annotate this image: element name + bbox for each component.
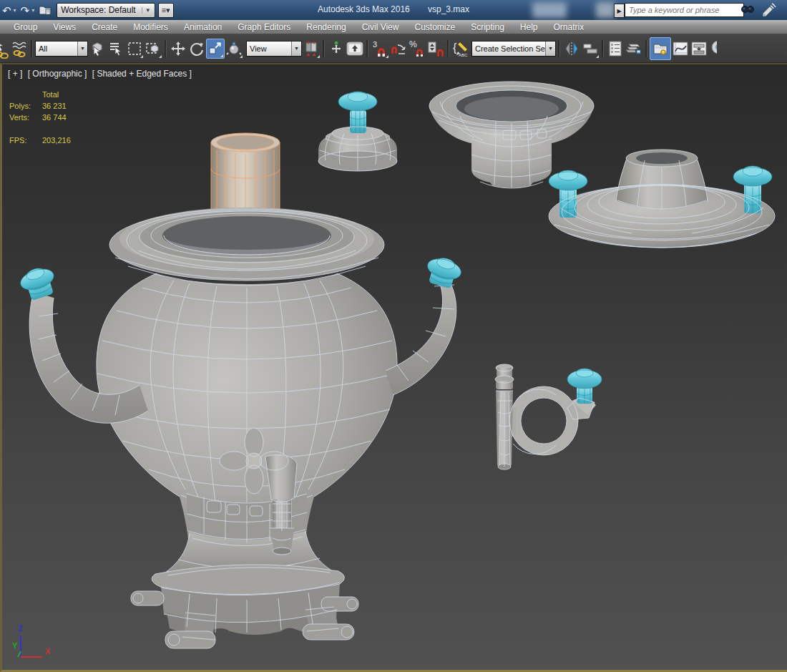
viewport-shading-menu[interactable]: [ Shaded + Edged Faces ] xyxy=(92,69,192,79)
menu-civil-view[interactable]: Civil View xyxy=(354,22,407,32)
stats-header: Total xyxy=(42,89,71,100)
axis-z-label: Z xyxy=(18,624,23,633)
samovar[interactable] xyxy=(17,133,464,648)
reference-coordinate-dropdown[interactable]: View ▼ xyxy=(246,41,302,57)
menu-scripting[interactable]: Scripting xyxy=(463,22,512,32)
world-axis-tripod: Z X Y xyxy=(11,620,61,663)
lid-cap[interactable] xyxy=(318,92,397,171)
stats-verts-label: Verts: xyxy=(9,112,42,123)
reference-coordinate-value: View xyxy=(247,44,291,53)
document-name: vsp_3.max xyxy=(428,4,469,14)
toolbar-separator xyxy=(447,40,449,57)
select-by-name-icon[interactable] xyxy=(107,39,125,59)
tap-assembly[interactable] xyxy=(495,364,602,469)
menu-modifiers[interactable]: Modifiers xyxy=(125,22,176,32)
svg-text:%: % xyxy=(409,39,417,49)
undo-dropdown-icon[interactable]: ▾ xyxy=(14,7,16,14)
toolbar-separator xyxy=(323,40,325,57)
viewport[interactable]: [ + ] [ Orthographic ] [ Shaded + Edged … xyxy=(0,63,787,672)
menu-ornatrix[interactable]: Ornatrix xyxy=(546,22,592,32)
workspace-flyout-button[interactable]: ≡▾ xyxy=(158,3,174,18)
stats-verts-value: 36 744 xyxy=(42,112,71,123)
stats-polys-value: 36 231 xyxy=(42,100,71,112)
axis-y-label: Y xyxy=(12,641,18,650)
viewport-pov-menu[interactable]: [ Orthographic ] xyxy=(28,69,87,79)
app-title: Autodesk 3ds Max 2016 xyxy=(318,4,410,14)
chevron-down-icon: ▼ xyxy=(77,42,87,56)
use-pivot-point-center-icon[interactable] xyxy=(302,39,321,59)
menu-customize[interactable]: Customize xyxy=(406,22,463,32)
align-icon[interactable] xyxy=(581,39,600,59)
bind-to-space-warp-icon[interactable] xyxy=(10,39,29,59)
svg-text:ABC: ABC xyxy=(459,53,468,57)
blurred-account-area xyxy=(596,2,615,18)
toolbar-separator xyxy=(645,40,647,57)
project-folder-icon[interactable] xyxy=(38,4,52,16)
communication-center-icon[interactable] xyxy=(760,2,777,21)
window-crossing-toggle-icon[interactable] xyxy=(144,39,162,59)
stats-fps-label: FPS: xyxy=(9,135,42,146)
spinner-snap-icon[interactable] xyxy=(426,39,445,59)
select-and-link-icon[interactable] xyxy=(0,39,10,59)
viewport-label: [ + ] [ Orthographic ] [ Shaded + Edged … xyxy=(8,69,195,79)
menu-help[interactable]: Help xyxy=(512,22,546,32)
menu-rendering[interactable]: Rendering xyxy=(298,22,353,32)
chevron-down-icon: ▼ xyxy=(545,42,555,56)
named-selection-set-value: Create Selection Se xyxy=(472,44,545,53)
toolbar-separator xyxy=(165,40,167,57)
edit-named-selection-sets-icon[interactable]: {ABC xyxy=(451,39,470,59)
search-history-arrow[interactable]: ▶ xyxy=(614,4,625,18)
viewport-general-menu[interactable]: [ + ] xyxy=(8,69,22,79)
svg-text:{: { xyxy=(453,42,457,54)
percent-snap-icon[interactable]: % xyxy=(408,39,426,59)
select-and-place-icon[interactable] xyxy=(225,39,243,59)
samovar-right-handle[interactable] xyxy=(386,254,464,395)
menu-create[interactable]: Create xyxy=(84,22,125,32)
select-and-manipulate-icon[interactable] xyxy=(327,39,346,59)
scene-explorer-icon[interactable] xyxy=(625,39,643,59)
3ds-max-window: ↶ ▾ ↷ ▾ Workspace: Default ▼ ≡▾ Autodesk… xyxy=(0,0,787,672)
menu-group[interactable]: Group xyxy=(6,22,45,32)
svg-text:3: 3 xyxy=(373,40,377,49)
scene-canvas[interactable] xyxy=(2,64,787,670)
search-icon[interactable] xyxy=(740,2,756,21)
layer-manager-icon[interactable] xyxy=(606,39,625,59)
menu-views[interactable]: Views xyxy=(45,22,84,32)
material-editor-icon[interactable] xyxy=(650,37,671,60)
selection-filter-dropdown[interactable]: All ▼ xyxy=(35,41,88,57)
samovar-base[interactable] xyxy=(131,565,358,648)
statistics-overlay: Total Polys: 36 231 Verts: 36 744 FPS: 2… xyxy=(9,89,71,146)
select-and-move-icon[interactable] xyxy=(169,39,187,59)
toolbar-separator xyxy=(31,40,33,57)
rectangular-selection-region-icon[interactable] xyxy=(125,39,144,59)
chevron-down-icon: ▼ xyxy=(291,42,301,56)
render-setup-icon[interactable] xyxy=(708,39,717,59)
search-input[interactable] xyxy=(625,3,744,17)
samovar-rim[interactable] xyxy=(109,208,384,286)
toolbar-separator xyxy=(602,40,604,57)
select-object-icon[interactable] xyxy=(88,39,107,59)
workspace-label: Workspace: Default xyxy=(61,5,136,15)
redo-dropdown-icon[interactable]: ▾ xyxy=(31,7,34,14)
schematic-view-icon[interactable] xyxy=(690,39,708,59)
select-and-scale-icon[interactable] xyxy=(206,39,225,59)
curve-editor-icon[interactable] xyxy=(671,39,690,59)
blurred-account-area xyxy=(532,2,567,18)
angle-snap-icon[interactable] xyxy=(389,39,408,59)
stats-polys-label: Polys: xyxy=(9,100,42,112)
snap-toggle-3d-icon[interactable]: 3 xyxy=(371,39,389,59)
undo-icon[interactable]: ↶ xyxy=(1,5,12,16)
select-and-rotate-icon[interactable] xyxy=(187,39,206,59)
mirror-icon[interactable] xyxy=(562,39,581,59)
menu-animation[interactable]: Animation xyxy=(176,22,230,32)
stats-fps-value: 203,216 xyxy=(42,135,71,146)
menu-graph-editors[interactable]: Graph Editors xyxy=(230,22,298,32)
redo-icon[interactable]: ↷ xyxy=(20,5,31,16)
named-selection-set-dropdown[interactable]: Create Selection Se ▼ xyxy=(471,41,556,57)
workspace-dropdown[interactable]: Workspace: Default ▼ xyxy=(57,3,155,18)
keyboard-shortcut-override-icon[interactable] xyxy=(346,39,364,59)
quick-access-toolbar: ↶ ▾ ↷ ▾ Workspace: Default ▼ ≡▾ xyxy=(0,3,174,18)
lid-plate-with-knobs[interactable] xyxy=(549,150,775,248)
titlebar: ↶ ▾ ↷ ▾ Workspace: Default ▼ ≡▾ Autodesk… xyxy=(0,0,787,20)
menubar: Group Views Create Modifiers Animation G… xyxy=(0,20,787,34)
